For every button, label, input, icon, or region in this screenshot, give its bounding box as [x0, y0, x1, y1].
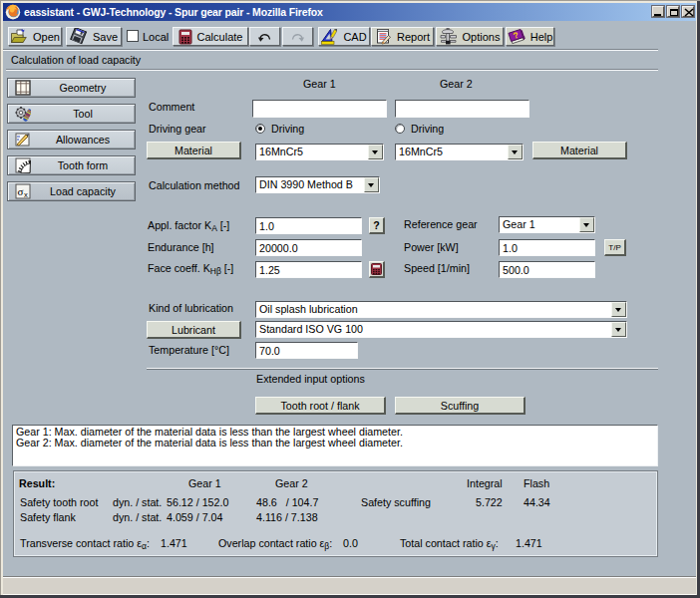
svg-text:x: x: [24, 190, 28, 199]
svg-text:σ: σ: [18, 185, 24, 197]
